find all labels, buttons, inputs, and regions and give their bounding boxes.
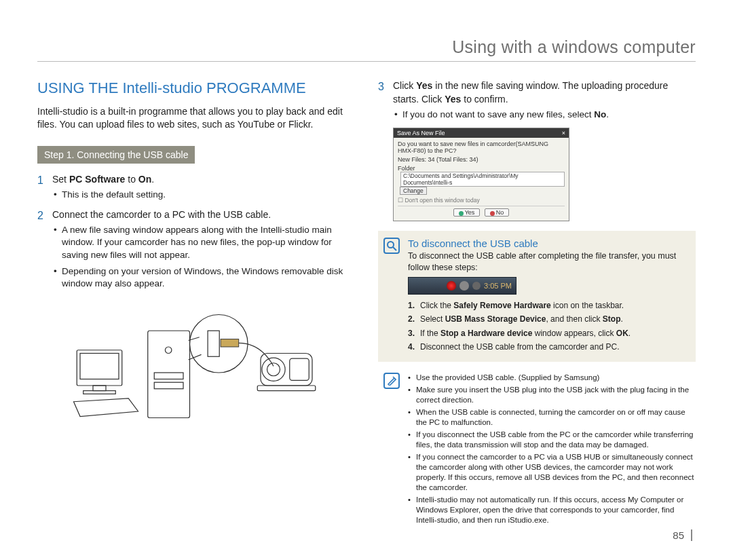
page-header-title: Using with a windows computer [37, 37, 696, 62]
step2-bullet-2: Depending on your version of Windows, th… [52, 265, 355, 290]
disconnect-subtitle: To disconnect the USB cable after comple… [408, 250, 688, 273]
step1-text: Set PC Software to On. [52, 174, 154, 185]
taskbar-time: 3:05 PM [484, 282, 512, 290]
step2-text: Connect the camcorder to a PC with the U… [52, 209, 271, 220]
save-new-file-dialog: Save As New File × Do you want to save n… [393, 128, 569, 221]
dialog-no-button[interactable]: No [485, 208, 510, 217]
svg-rect-11 [208, 331, 219, 357]
step3-bullet-1: If you do not want to save any new files… [393, 109, 696, 121]
step1-bullet-1: This is the default setting. [52, 189, 355, 201]
svg-point-18 [388, 242, 394, 248]
svg-line-10 [189, 355, 202, 360]
note-icon [383, 373, 400, 389]
svg-rect-17 [257, 386, 316, 391]
note-5: If you connect the camcorder to a PC via… [408, 452, 696, 493]
disc-step-4: 4. Disconnect the USB cable from the cam… [408, 341, 688, 353]
dialog-change-button[interactable]: Change [400, 187, 427, 195]
dialog-newfiles: New Files: 34 (Total Files: 34) [398, 156, 565, 163]
left-column: USING THE Intelli-studio PROGRAMME Intel… [37, 79, 355, 527]
usb-connection-illustration [37, 305, 355, 441]
note-4: If you disconnect the USB cable from the… [408, 430, 696, 450]
svg-rect-0 [77, 350, 122, 386]
dialog-yes-button[interactable]: Yes [453, 208, 481, 217]
disconnect-title: To disconnect the USB cable [408, 238, 688, 249]
note-3: When the USB cable is connected, turning… [408, 407, 696, 428]
safely-remove-hardware-icon[interactable] [459, 281, 469, 291]
svg-rect-7 [154, 383, 183, 390]
dialog-folder-label: Folder [398, 165, 415, 172]
svg-rect-1 [80, 354, 119, 379]
disconnect-usb-box: To disconnect the USB cable To disconnec… [378, 231, 696, 362]
step-number-1: 1 [37, 173, 43, 188]
step2-bullet-1: A new file saving window appears along w… [52, 224, 355, 261]
svg-point-15 [267, 363, 280, 376]
dialog-dont-open: Don't open this window today [405, 197, 479, 204]
step-3: 3 Click Yes in the new file saving windo… [378, 79, 696, 121]
step1-bar: Step 1. Connecting the USB cable [37, 146, 195, 164]
step-number-2: 2 [37, 208, 43, 223]
dialog-folder-path: C:\Documents and Settings\Administrator\… [400, 172, 565, 187]
step-1: 1 Set PC Software to On. This is the def… [37, 173, 355, 202]
svg-line-19 [393, 247, 396, 250]
svg-rect-3 [83, 391, 116, 394]
magnifier-icon [383, 238, 400, 254]
note-2: Make sure you insert the USB plug into t… [408, 385, 696, 405]
disc-step-1: 1. Click the Safely Remove Hardware icon… [408, 300, 688, 312]
note-1: Use the provided USB cable. (Supplied by… [408, 373, 696, 383]
notes-block: Use the provided USB cable. (Supplied by… [378, 373, 696, 525]
dialog-question: Do you want to save new files in camcord… [398, 141, 565, 154]
svg-rect-6 [154, 373, 183, 379]
dialog-title-text: Save As New File [397, 130, 445, 136]
step-2: 2 Connect the camcorder to a PC with the… [37, 208, 355, 291]
svg-point-5 [165, 347, 172, 354]
step-number-3: 3 [378, 79, 384, 94]
dialog-close-icon[interactable]: × [562, 130, 565, 136]
step3-text: Click Yes in the new file saving window.… [393, 80, 668, 105]
svg-rect-16 [290, 358, 309, 380]
page-number: 85 [673, 529, 692, 541]
note-6: Intelli-studio may not automatically run… [408, 495, 696, 525]
right-column: 3 Click Yes in the new file saving windo… [378, 79, 696, 527]
dialog-checkbox[interactable]: ☐ [398, 197, 405, 204]
svg-rect-12 [221, 339, 239, 347]
disc-step-2: 2. Select USB Mass Storage Device, and t… [408, 314, 688, 325]
disc-step-3: 3. If the Stop a Hardware device window … [408, 328, 688, 339]
section-title: USING THE Intelli-studio PROGRAMME [37, 79, 355, 97]
taskbar-red-icon [447, 281, 456, 291]
intro-paragraph: Intelli-studio is a built-in programme t… [37, 105, 355, 131]
taskbar-screenshot: 3:05 PM [408, 277, 516, 295]
svg-rect-2 [93, 386, 106, 391]
taskbar-tray-icon [472, 282, 481, 290]
svg-point-14 [262, 358, 285, 381]
